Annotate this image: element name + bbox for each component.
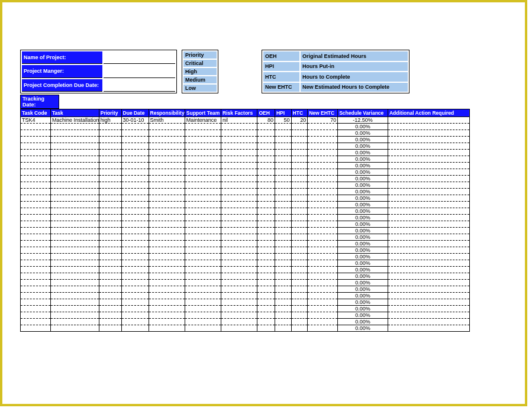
cell[interactable] [21, 176, 51, 182]
cell[interactable] [275, 163, 291, 169]
cell[interactable] [257, 202, 275, 208]
cell[interactable] [221, 273, 257, 280]
cell[interactable] [99, 247, 121, 254]
cell[interactable] [149, 254, 185, 260]
cell[interactable] [99, 299, 121, 306]
cell[interactable] [99, 280, 121, 286]
table-row[interactable]: 0.00% [21, 202, 470, 208]
cell[interactable]: TSK4 [21, 117, 51, 124]
cell[interactable]: -12.50% [338, 117, 388, 124]
cell[interactable]: 0.00% [338, 260, 388, 267]
table-row[interactable]: TSK4Machine Installationhigh30-01-10Smit… [21, 117, 470, 124]
cell[interactable] [21, 195, 51, 202]
cell[interactable] [388, 325, 469, 332]
table-row[interactable]: 0.00% [21, 273, 470, 280]
cell[interactable] [388, 312, 469, 319]
cell[interactable] [291, 150, 308, 156]
table-row[interactable]: 0.00% [21, 143, 470, 150]
cell[interactable] [308, 312, 338, 319]
cell[interactable] [308, 182, 338, 189]
cell[interactable] [21, 306, 51, 312]
table-row[interactable]: 0.00% [21, 215, 470, 221]
cell[interactable] [149, 195, 185, 202]
table-row[interactable]: 0.00% [21, 319, 470, 325]
cell[interactable] [257, 124, 275, 130]
cell[interactable] [291, 215, 308, 221]
cell[interactable] [185, 150, 221, 156]
cell[interactable] [388, 163, 469, 169]
cell[interactable] [185, 260, 221, 267]
cell[interactable] [257, 189, 275, 195]
table-row[interactable]: 0.00% [21, 241, 470, 247]
cell[interactable]: high [99, 117, 121, 124]
cell[interactable] [275, 280, 291, 286]
cell[interactable] [388, 208, 469, 215]
cell[interactable] [388, 247, 469, 254]
cell[interactable] [257, 130, 275, 137]
cell[interactable] [221, 143, 257, 150]
cell[interactable] [121, 241, 149, 247]
cell[interactable] [185, 215, 221, 221]
cell[interactable]: 0.00% [338, 267, 388, 273]
cell[interactable] [185, 143, 221, 150]
cell[interactable] [149, 299, 185, 306]
cell[interactable]: 0.00% [338, 306, 388, 312]
cell[interactable] [149, 228, 185, 234]
cell[interactable] [121, 208, 149, 215]
cell[interactable] [121, 286, 149, 293]
cell[interactable] [149, 280, 185, 286]
cell[interactable]: 20 [291, 117, 308, 124]
cell[interactable] [275, 208, 291, 215]
cell[interactable] [51, 228, 99, 234]
cell[interactable] [291, 182, 308, 189]
cell[interactable] [21, 247, 51, 254]
cell[interactable] [257, 273, 275, 280]
project-name-value[interactable] [104, 51, 175, 64]
cell[interactable]: 30-01-10 [121, 117, 149, 124]
cell[interactable]: 0.00% [338, 202, 388, 208]
cell[interactable] [221, 176, 257, 182]
cell[interactable] [257, 319, 275, 325]
cell[interactable] [185, 234, 221, 241]
cell[interactable] [275, 215, 291, 221]
table-row[interactable]: 0.00% [21, 221, 470, 228]
cell[interactable] [388, 319, 469, 325]
cell[interactable] [308, 247, 338, 254]
cell[interactable] [51, 286, 99, 293]
cell[interactable] [221, 299, 257, 306]
cell[interactable] [308, 163, 338, 169]
cell[interactable] [388, 260, 469, 267]
cell[interactable] [121, 267, 149, 273]
cell[interactable] [121, 234, 149, 241]
cell[interactable] [121, 325, 149, 332]
cell[interactable]: Smith [149, 117, 185, 124]
cell[interactable] [121, 202, 149, 208]
cell[interactable] [99, 195, 121, 202]
cell[interactable] [185, 312, 221, 319]
cell[interactable] [121, 254, 149, 260]
cell[interactable] [149, 306, 185, 312]
cell[interactable] [275, 293, 291, 299]
cell[interactable] [257, 208, 275, 215]
cell[interactable]: 0.00% [338, 156, 388, 163]
cell[interactable] [257, 293, 275, 299]
cell[interactable] [221, 234, 257, 241]
cell[interactable] [308, 143, 338, 150]
cell[interactable] [388, 189, 469, 195]
cell[interactable] [388, 241, 469, 247]
cell[interactable] [221, 241, 257, 247]
cell[interactable] [291, 267, 308, 273]
table-row[interactable]: 0.00% [21, 234, 470, 241]
cell[interactable] [308, 189, 338, 195]
cell[interactable] [221, 312, 257, 319]
cell[interactable]: 0.00% [338, 286, 388, 293]
cell[interactable] [388, 293, 469, 299]
cell[interactable] [185, 176, 221, 182]
cell[interactable] [388, 143, 469, 150]
cell[interactable] [121, 124, 149, 130]
cell[interactable] [257, 221, 275, 228]
cell[interactable] [185, 286, 221, 293]
cell[interactable]: 0.00% [338, 254, 388, 260]
cell[interactable] [51, 273, 99, 280]
cell[interactable] [121, 150, 149, 156]
